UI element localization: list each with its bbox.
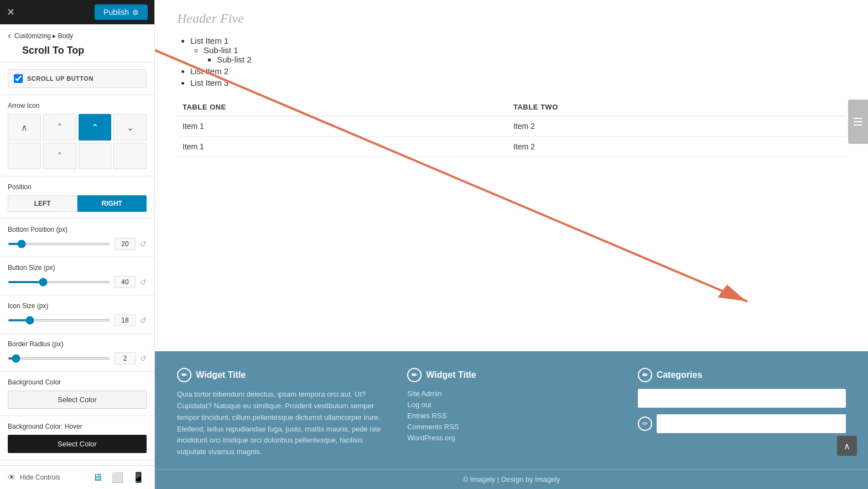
button-size-slider[interactable] xyxy=(8,281,110,283)
scroll-up-checkbox[interactable] xyxy=(14,74,23,83)
bottom-position-section: Bottom Position (px) ↺ xyxy=(0,219,154,257)
table-cell: Item 2 xyxy=(508,116,846,137)
position-row: LEFT RIGHT xyxy=(8,195,147,212)
icon-size-reset[interactable]: ↺ xyxy=(140,316,147,325)
arrow-btn-0[interactable]: ∧ xyxy=(8,114,41,141)
svg-line-1 xyxy=(155,50,746,301)
button-size-label: Button Size (px) xyxy=(8,264,147,272)
table-cell: Item 1 xyxy=(177,137,508,157)
bg-color-hover-label: Background Color: Hover xyxy=(8,423,147,430)
widget-3-edit-icon[interactable]: ✏ xyxy=(638,368,652,382)
preview-content: Header Five List Item 1 Sub-list 1 Sub-l… xyxy=(155,0,868,351)
arrow-btn-7 xyxy=(113,143,147,169)
position-left-button[interactable]: LEFT xyxy=(8,195,77,212)
table-cell: Item 1 xyxy=(177,116,508,137)
mobile-view-button[interactable]: 📱 xyxy=(130,470,147,485)
footer-link[interactable]: Entries RSS xyxy=(407,412,446,420)
arrow-btn-5[interactable]: ˄ xyxy=(43,143,76,169)
footer-copyright: © Imagely | Design by Imagely xyxy=(462,475,560,483)
preview-list: List Item 1 Sub-list 1 Sub-list 2 List I… xyxy=(190,36,846,87)
bottom-position-label: Bottom Position (px) xyxy=(8,226,147,233)
list-item: WordPress.org xyxy=(407,433,615,442)
border-radius-reset[interactable]: ↺ xyxy=(140,354,147,363)
icon-size-label: Icon Size (px) xyxy=(8,302,147,310)
list-item: List Item 2 xyxy=(190,66,846,76)
publish-label: Publish xyxy=(103,8,129,17)
footer-widget-3: ✏ Categories ✏ xyxy=(638,368,846,458)
position-section: Position LEFT RIGHT xyxy=(0,176,154,219)
arrow-icon-label: Arrow Icon xyxy=(8,102,147,110)
desktop-view-button[interactable]: 🖥 xyxy=(90,471,105,485)
list-item: Sub-list 1 Sub-list 2 xyxy=(204,45,846,64)
footer-link[interactable]: Site Admin xyxy=(407,389,441,398)
hide-controls-label[interactable]: Hide Controls xyxy=(20,474,86,481)
border-radius-slider[interactable] xyxy=(8,357,110,360)
gear-icon[interactable]: ⚙ xyxy=(132,8,139,17)
button-size-value[interactable] xyxy=(115,276,136,288)
bg-color-button[interactable]: Select Color xyxy=(8,391,147,409)
bg-color-section: Background Color Select Color xyxy=(0,372,154,416)
arrow-btn-6 xyxy=(79,143,112,169)
bg-color-hover-section: Background Color: Hover Select Color xyxy=(0,416,154,460)
border-radius-value[interactable] xyxy=(115,352,136,365)
bottom-position-row: ↺ xyxy=(8,238,147,250)
preview-table: TABLE ONE TABLE TWO Item 1 Item 2 Item 1… xyxy=(177,98,846,157)
arrow-icon-grid: ∧ ˄ ⌃ ⌄ ˄ xyxy=(8,114,147,169)
bottom-position-slider[interactable] xyxy=(8,243,110,245)
bottom-bar: 👁 Hide Controls 🖥 ⬜ 📱 xyxy=(0,465,154,489)
button-size-reset[interactable]: ↺ xyxy=(140,278,147,287)
publish-button[interactable]: Publish ⚙ xyxy=(95,4,148,20)
table-row: Item 1 Item 2 xyxy=(177,116,846,137)
footer-link[interactable]: WordPress.org xyxy=(407,434,455,442)
close-button[interactable]: ✕ xyxy=(7,6,15,18)
breadcrumb-text: Customizing ▸ Body xyxy=(14,32,73,40)
bg-color-hover-button[interactable]: Select Color xyxy=(8,435,147,453)
footer-bottom: © Imagely | Design by Imagely xyxy=(155,469,868,489)
footer-widget-2: ✏ Widget Title Site Admin Log out Entrie… xyxy=(407,368,615,458)
footer-widget-1-text: Quia tortor bibendum delectus, ipsam tem… xyxy=(177,389,385,458)
list-item: Log out xyxy=(407,400,615,409)
border-radius-section: Border Radius (px) ↺ xyxy=(0,334,154,372)
icon-size-row: ↺ xyxy=(8,314,147,326)
table-row: Item 1 Item 2 xyxy=(177,137,846,157)
bg-color-label: Background Color xyxy=(8,378,147,386)
breadcrumb: ‹ Customizing ▸ Body xyxy=(0,24,154,44)
footer-link[interactable]: Comments RSS xyxy=(407,423,459,431)
button-size-row: ↺ xyxy=(8,276,147,288)
scroll-to-top-button[interactable]: ∧ xyxy=(837,436,857,456)
widget-1-edit-icon[interactable]: ✏ xyxy=(177,368,191,382)
list-item: Site Admin xyxy=(407,389,615,398)
left-panel: ✕ Publish ⚙ ‹ Customizing ▸ Body Scroll … xyxy=(0,0,155,489)
footer-input-1[interactable] xyxy=(638,389,846,408)
eye-icon: 👁 xyxy=(8,473,15,482)
position-label: Position xyxy=(8,183,147,191)
border-radius-row: ↺ xyxy=(8,352,147,365)
widget-3-sub-edit-icon[interactable]: ✏ xyxy=(638,417,652,431)
tablet-view-button[interactable]: ⬜ xyxy=(109,470,126,485)
footer-widget-2-title: ✏ Widget Title xyxy=(407,368,615,382)
arrow-btn-2[interactable]: ⌃ xyxy=(79,114,112,141)
footer-input-2[interactable] xyxy=(657,414,846,433)
top-bar: ✕ Publish ⚙ xyxy=(0,0,154,24)
hamburger-button[interactable] xyxy=(848,100,868,144)
arrow-btn-3[interactable]: ⌄ xyxy=(113,114,147,141)
hamburger-lines-icon xyxy=(854,118,862,126)
position-right-button[interactable]: RIGHT xyxy=(77,195,147,212)
bottom-position-value[interactable] xyxy=(115,238,136,250)
footer-widget-1: ✏ Widget Title Quia tortor bibendum dele… xyxy=(177,368,385,458)
icon-size-value[interactable] xyxy=(115,314,136,326)
table-header-2: TABLE TWO xyxy=(508,98,846,116)
button-size-section: Button Size (px) ↺ xyxy=(0,257,154,295)
border-radius-label: Border Radius (px) xyxy=(8,340,147,348)
footer-link[interactable]: Log out xyxy=(407,400,431,409)
widget-2-edit-icon[interactable]: ✏ xyxy=(407,368,422,382)
bottom-position-reset[interactable]: ↺ xyxy=(140,240,147,248)
icon-size-slider[interactable] xyxy=(8,319,110,321)
preview-footer: ✏ Widget Title Quia tortor bibendum dele… xyxy=(155,351,868,489)
list-item: List Item 1 Sub-list 1 Sub-list 2 xyxy=(190,36,846,64)
arrow-btn-1[interactable]: ˄ xyxy=(43,114,76,141)
list-item: Entries RSS xyxy=(407,411,615,420)
list-item: List Item 3 xyxy=(190,78,846,87)
scroll-up-section: SCROLL UP BUTTON xyxy=(0,63,154,95)
back-button[interactable]: ‹ xyxy=(8,30,11,41)
